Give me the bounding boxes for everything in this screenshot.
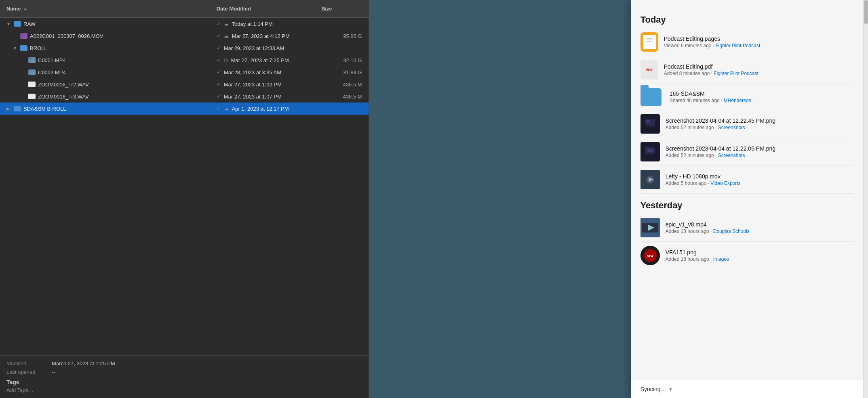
pdf-icon: PDF xyxy=(640,60,658,80)
recents-item-meta: Added 52 minutes ago · Screenshots xyxy=(666,153,853,158)
recents-item[interactable]: 165-SDA&SM Shared 46 minutes ago · MHend… xyxy=(640,84,853,110)
recents-separator: · xyxy=(713,43,716,48)
recents-separator: · xyxy=(721,98,724,103)
recents-item-time: Added 18 hours ago xyxy=(666,256,709,262)
recents-item-time: Viewed 6 minutes ago xyxy=(664,43,712,48)
recents-item-time: Added 18 hours ago xyxy=(666,228,709,234)
syncing-label: Syncing… xyxy=(640,386,666,392)
file-date: ✓ Mar 29, 2023 at 12:33 AM xyxy=(217,45,322,51)
list-item[interactable]: A022C001_230307_0026.MOV ✓ ☁ Mar 27, 202… xyxy=(0,30,369,42)
background-area xyxy=(369,0,631,398)
list-item[interactable]: C0002.MP4 ✓ Mar 28, 2023 at 3:35 AM 31.8… xyxy=(0,66,369,78)
date-value: Mar 27, 2023 at 4:12 PM xyxy=(232,33,290,39)
file-size: 95.88 G xyxy=(322,33,362,39)
file-list: ▼ RAW ✓ ☁ Today at 1:14 PM A022C001_2303… xyxy=(0,18,369,355)
recents-item-name: VFA151.png xyxy=(666,249,853,256)
date-value: Mar 28, 2023 at 3:35 AM xyxy=(224,69,281,75)
pages-icon xyxy=(640,32,658,52)
file-size: 32.13 G xyxy=(322,57,362,63)
tags-label: Tags xyxy=(6,379,362,385)
last-opened-label: Last opened xyxy=(6,369,47,375)
recents-item-info: Screenshot 2023-04-04 at 12.22.05 PM.png… xyxy=(666,145,853,158)
column-size[interactable]: Size xyxy=(322,6,362,12)
vfa-preview-icon: VFA xyxy=(640,246,660,265)
recents-item-meta: Added 8 minutes ago · Fighter Pilot Podc… xyxy=(664,71,853,76)
screenshot-preview-icon xyxy=(644,146,656,158)
list-item[interactable]: ▼ RAW ✓ ☁ Today at 1:14 PM xyxy=(0,18,369,30)
date-value: Mar 27, 2023 at 7:25 PM xyxy=(231,57,289,63)
recents-item-info: Screenshot 2023-04-04 at 12.22.45 PM.png… xyxy=(666,117,853,130)
file-name: BROLL xyxy=(30,45,47,51)
syncing-bar[interactable]: Syncing… ▼ xyxy=(631,380,863,398)
list-item[interactable]: ▼ BROLL ✓ Mar 29, 2023 at 12:33 AM xyxy=(0,42,369,54)
pages-document-icon xyxy=(645,36,654,48)
audio-icon xyxy=(28,94,36,99)
video-preview-icon xyxy=(640,170,660,189)
file-date: ✓ Mar 28, 2023 at 3:35 AM xyxy=(217,69,322,75)
recents-item-time: Added 8 minutes ago xyxy=(664,71,710,76)
folder-large-icon xyxy=(640,88,662,106)
date-value: Today at 1:14 PM xyxy=(232,21,273,27)
chevron-icon: ▼ xyxy=(6,22,11,26)
file-name: ZOOM0016_Tr3.WAV xyxy=(38,94,89,100)
recents-item-location[interactable]: Douglas Schools xyxy=(713,228,750,234)
svg-rect-6 xyxy=(646,120,650,123)
list-item[interactable]: ZOOM0016_Tr2.WAV ✓ Mar 27, 2023 at 1:02 … xyxy=(0,78,369,90)
recents-separator: · xyxy=(710,256,713,262)
mp4-icon xyxy=(28,69,36,75)
folder-icon xyxy=(14,106,21,111)
file-name: SDA&SM B-ROLL xyxy=(23,106,66,112)
recents-item-name: epic_v1_v8.mp4 xyxy=(666,221,853,228)
recents-item-location[interactable]: Images xyxy=(713,256,729,262)
recents-item-location[interactable]: MHenderson xyxy=(724,98,752,103)
size-column-label: Size xyxy=(322,6,332,12)
recents-item-location[interactable]: Screenshots xyxy=(718,153,745,158)
scrollbar-thumb[interactable] xyxy=(864,0,868,24)
list-item[interactable]: ▶ SDA&SM B-ROLL ✓ ☁ Apr 1, 2023 at 12:17… xyxy=(0,103,369,115)
folder-icon xyxy=(20,45,27,51)
video-preview-icon xyxy=(640,218,660,237)
recents-item-info: epic_v1_v8.mp4 Added 18 hours ago · Doug… xyxy=(666,221,853,234)
recents-item-time: Shared 46 minutes ago xyxy=(670,98,720,103)
recents-scroll-area[interactable]: Today Podcast Editing.pages Viewed 6 min… xyxy=(631,0,863,380)
file-size: 436.5 M xyxy=(322,94,362,100)
column-name[interactable]: Name ▲ xyxy=(6,6,217,12)
last-opened-value: -- xyxy=(52,369,55,375)
recents-item[interactable]: PDF Podcast Editing.pdf Added 8 minutes … xyxy=(640,56,853,84)
add-tags-input[interactable]: Add Tags… xyxy=(6,387,362,393)
recents-item[interactable]: VFA VFA151.png Added 18 hours ago · Imag… xyxy=(640,242,853,269)
empty-row xyxy=(0,115,369,127)
recents-item[interactable]: Podcast Editing.pages Viewed 6 minutes a… xyxy=(640,28,853,56)
svg-rect-1 xyxy=(646,38,653,39)
recents-item[interactable]: epic_v1_v8.mp4 Added 18 hours ago · Doug… xyxy=(640,214,853,242)
recents-item-location[interactable]: Screenshots xyxy=(718,125,745,130)
today-section-header: Today xyxy=(640,8,853,28)
file-name: C0002.MP4 xyxy=(38,69,66,75)
recents-item-info: 165-SDA&SM Shared 46 minutes ago · MHend… xyxy=(670,90,853,103)
recents-item-location[interactable]: Fighter Pilot Podcast xyxy=(716,43,761,48)
recents-separator: · xyxy=(715,153,718,158)
file-name: RAW xyxy=(23,21,36,27)
recents-item[interactable]: Screenshot 2023-04-04 at 12.22.45 PM.png… xyxy=(640,110,853,138)
recents-item-meta: Added 18 hours ago · Douglas Schools xyxy=(666,228,853,234)
recents-item[interactable]: Lefty - HD 1080p.mov Added 5 hours ago ·… xyxy=(640,166,853,194)
recents-item-location[interactable]: Video Exports xyxy=(710,180,741,186)
status-check-icon: ✓ xyxy=(217,82,221,87)
recents-item-info: Lefty - HD 1080p.mov Added 5 hours ago ·… xyxy=(666,173,853,186)
recents-item-name: Podcast Editing.pdf xyxy=(664,63,853,70)
recents-item-location[interactable]: Fighter Pilot Podcast xyxy=(714,71,758,76)
status-check-icon: ✓ xyxy=(217,21,221,27)
file-date: ✓ Mar 27, 2023 at 1:02 PM xyxy=(217,82,322,88)
svg-text:VFA: VFA xyxy=(647,254,653,258)
list-item[interactable]: C0001.MP4 ✓ ◷ Mar 27, 2023 at 7:25 PM 32… xyxy=(0,54,369,66)
recents-item[interactable]: Screenshot 2023-04-04 at 12.22.05 PM.png… xyxy=(640,138,853,166)
screenshot-thumb xyxy=(640,142,660,161)
status-check-icon: ✓ xyxy=(217,69,221,75)
name-column-label: Name xyxy=(6,6,21,12)
column-date[interactable]: Date Modified xyxy=(217,6,322,12)
finder-info-panel: Modified March 27, 2023 at 7:25 PM Last … xyxy=(0,355,369,398)
scrollbar-track[interactable] xyxy=(863,0,868,398)
list-item[interactable]: ZOOM0016_Tr3.WAV ✓ Mar 27, 2023 at 1:07 … xyxy=(0,90,369,103)
finder-header: Name ▲ Date Modified Size xyxy=(0,0,369,18)
clock-icon: ◷ xyxy=(224,57,228,63)
